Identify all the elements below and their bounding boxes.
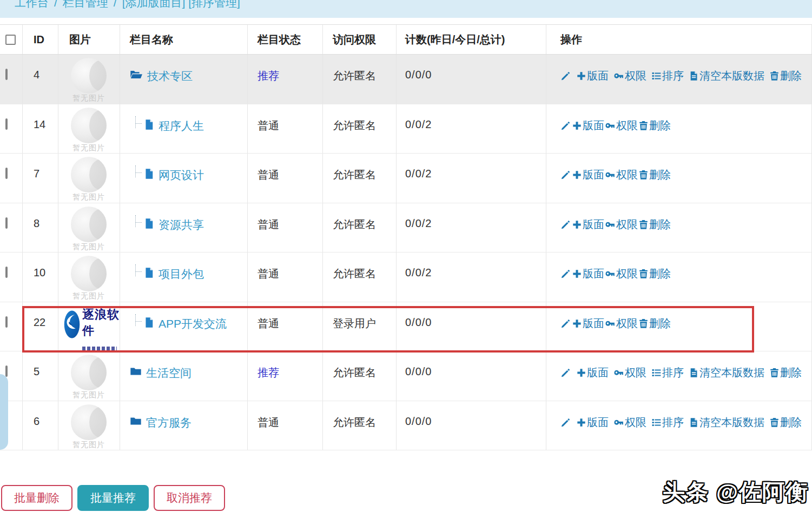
op-plus-版面-link[interactable]: 版面 bbox=[572, 118, 604, 133]
op-key-权限-link[interactable]: 权限 bbox=[605, 217, 638, 232]
placeholder-label: 暂无图片 bbox=[64, 440, 114, 450]
op-plus-版面-link[interactable]: 版面 bbox=[576, 69, 609, 83]
column-name-link[interactable]: 资源共享 bbox=[159, 217, 204, 232]
bulk-action-bar: 批量删除 批量推荐 取消推荐 bbox=[1, 485, 225, 511]
select-all-checkbox[interactable] bbox=[5, 35, 16, 45]
op-plus-版面-link[interactable]: 版面 bbox=[572, 217, 604, 232]
op-pencil-link[interactable] bbox=[560, 170, 571, 180]
op-plus-版面-link[interactable]: 版面 bbox=[576, 415, 609, 430]
key-icon bbox=[605, 170, 616, 180]
row-checkbox[interactable] bbox=[5, 316, 8, 328]
op-sort-排序-link[interactable]: 排序 bbox=[651, 69, 684, 83]
op-key-权限-link[interactable]: 权限 bbox=[613, 415, 646, 430]
breadcrumb-link-workbench[interactable]: 工作台 bbox=[15, 0, 49, 9]
access-permission: 登录用户 bbox=[323, 302, 397, 351]
row-checkbox[interactable] bbox=[5, 217, 8, 229]
sort-icon bbox=[651, 417, 662, 428]
header-status: 栏目状态 bbox=[248, 25, 323, 54]
op-label: 删除 bbox=[780, 415, 802, 430]
op-trash-删除-link[interactable]: 删除 bbox=[769, 365, 802, 380]
trash-icon bbox=[769, 417, 780, 428]
placeholder-label: 暂无图片 bbox=[64, 143, 114, 153]
op-pencil-link[interactable] bbox=[560, 121, 571, 131]
column-name-link[interactable]: 项目外包 bbox=[159, 267, 204, 282]
op-trash-删除-link[interactable]: 删除 bbox=[638, 217, 671, 232]
op-trash-删除-link[interactable]: 删除 bbox=[638, 168, 671, 182]
folder-icon bbox=[130, 416, 142, 427]
bulk-recommend-button[interactable]: 批量推荐 bbox=[77, 485, 149, 511]
op-trash-删除-link[interactable]: 删除 bbox=[638, 118, 671, 133]
column-name-link[interactable]: 技术专区 bbox=[147, 69, 193, 84]
op-label: 删除 bbox=[780, 365, 802, 380]
op-pencil-link[interactable] bbox=[560, 417, 571, 428]
op-label: 删除 bbox=[649, 217, 671, 232]
count-value: 0/0/2 bbox=[397, 252, 546, 302]
column-name-link[interactable]: 生活空间 bbox=[146, 365, 192, 381]
column-name-link[interactable]: 网页设计 bbox=[159, 168, 204, 183]
op-pencil-link[interactable] bbox=[560, 368, 571, 378]
pencil-icon bbox=[560, 220, 571, 230]
op-pencil-link[interactable] bbox=[560, 318, 571, 329]
no-image-placeholder: 暂无图片 bbox=[64, 355, 114, 400]
row-checkbox[interactable] bbox=[5, 168, 8, 179]
op-clear-清空本版数据-link[interactable]: 清空本版数据 bbox=[689, 69, 764, 83]
op-trash-删除-link[interactable]: 删除 bbox=[769, 415, 802, 430]
row-id: 10 bbox=[23, 252, 58, 302]
breadcrumb-link-add-board-sort[interactable]: [添加版面目] [排序管理] bbox=[122, 0, 240, 9]
op-pencil-link[interactable] bbox=[560, 269, 571, 279]
status-badge: 普通 bbox=[258, 119, 279, 131]
row-checkbox[interactable] bbox=[5, 365, 8, 377]
op-plus-版面-link[interactable]: 版面 bbox=[576, 365, 609, 380]
op-key-权限-link[interactable]: 权限 bbox=[605, 168, 638, 182]
cancel-recommend-button[interactable]: 取消推荐 bbox=[154, 485, 225, 511]
column-name-link[interactable]: APP开发交流 bbox=[159, 316, 227, 331]
clear-icon bbox=[689, 368, 699, 378]
op-label: 版面 bbox=[583, 267, 604, 281]
bulk-delete-button[interactable]: 批量删除 bbox=[1, 485, 72, 511]
key-icon bbox=[613, 368, 624, 378]
row-checkbox[interactable] bbox=[5, 267, 8, 278]
op-pencil-link[interactable] bbox=[560, 220, 571, 230]
row-checkbox[interactable] bbox=[5, 69, 8, 80]
op-plus-版面-link[interactable]: 版面 bbox=[572, 168, 604, 182]
row-checkbox[interactable] bbox=[5, 118, 8, 130]
op-trash-删除-link[interactable]: 删除 bbox=[769, 69, 802, 83]
op-clear-清空本版数据-link[interactable]: 清空本版数据 bbox=[689, 365, 764, 380]
status-badge: 普通 bbox=[258, 416, 279, 428]
op-key-权限-link[interactable]: 权限 bbox=[605, 316, 638, 331]
op-trash-删除-link[interactable]: 删除 bbox=[638, 267, 671, 281]
op-plus-版面-link[interactable]: 版面 bbox=[572, 316, 604, 331]
op-plus-版面-link[interactable]: 版面 bbox=[572, 267, 604, 281]
op-sort-排序-link[interactable]: 排序 bbox=[651, 415, 684, 430]
op-label: 删除 bbox=[780, 69, 802, 83]
op-pencil-link[interactable] bbox=[560, 71, 571, 81]
trash-icon bbox=[638, 170, 649, 180]
op-sort-排序-link[interactable]: 排序 bbox=[651, 365, 684, 380]
status-badge[interactable]: 推荐 bbox=[258, 367, 279, 378]
column-management-page: 工作台/栏目管理/[添加版面目] [排序管理] ID 图片 栏目名称 栏目状态 … bbox=[0, 0, 812, 512]
op-clear-清空本版数据-link[interactable]: 清空本版数据 bbox=[689, 415, 764, 430]
file-icon bbox=[144, 267, 154, 278]
op-key-权限-link[interactable]: 权限 bbox=[605, 118, 638, 133]
column-name-link[interactable]: 官方服务 bbox=[146, 415, 192, 430]
header-name: 栏目名称 bbox=[120, 25, 248, 54]
edge-floating-widget[interactable] bbox=[0, 374, 8, 450]
key-icon bbox=[613, 417, 624, 428]
op-key-权限-link[interactable]: 权限 bbox=[613, 365, 646, 380]
breadcrumb-link-column-management[interactable]: 栏目管理 bbox=[63, 0, 108, 9]
placeholder-sphere-image bbox=[71, 404, 107, 440]
op-trash-删除-link[interactable]: 删除 bbox=[638, 316, 671, 331]
column-name-link[interactable]: 程序人生 bbox=[159, 118, 204, 134]
trash-icon bbox=[638, 318, 649, 329]
count-value: 0/0/0 bbox=[397, 55, 546, 104]
watermark-text: 头条 @佐阿衡 bbox=[663, 477, 809, 507]
op-key-权限-link[interactable]: 权限 bbox=[613, 69, 646, 83]
plus-icon bbox=[576, 417, 586, 428]
table-row: 8暂无图片资源共享普通允许匿名0/0/2版面权限删除 bbox=[0, 203, 812, 253]
tree-connector bbox=[135, 264, 143, 276]
status-badge[interactable]: 推荐 bbox=[258, 70, 279, 82]
plus-icon bbox=[576, 368, 586, 378]
file-icon bbox=[144, 119, 154, 130]
plus-icon bbox=[576, 71, 586, 81]
op-key-权限-link[interactable]: 权限 bbox=[605, 267, 638, 281]
